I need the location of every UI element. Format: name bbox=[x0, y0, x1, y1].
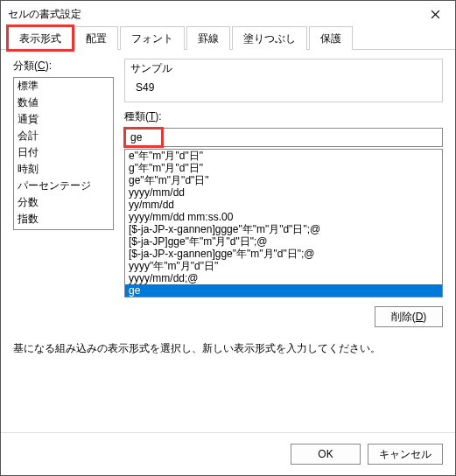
category-item[interactable]: 会計 bbox=[14, 128, 113, 144]
format-item[interactable]: yyyy/mm/dd bbox=[125, 186, 442, 199]
tab-0[interactable]: 表示形式 bbox=[8, 26, 73, 50]
format-listbox[interactable]: e"年"m"月"d"日"g"年"m"月"d"日"ge"年"m"月"d"日"yyy… bbox=[124, 149, 443, 298]
tab-2[interactable]: フォント bbox=[120, 26, 185, 50]
delete-button[interactable]: 削除(D) bbox=[375, 306, 443, 327]
format-item[interactable]: ge"年"m"月"d"日" bbox=[125, 174, 442, 186]
type-input-container bbox=[124, 128, 443, 147]
dialog-title: セルの書式設定 bbox=[8, 7, 415, 22]
category-item[interactable]: パーセンテージ bbox=[14, 178, 113, 194]
format-item[interactable]: yyyy/mm/dd;@ bbox=[125, 272, 442, 284]
type-label: 種類(T): bbox=[124, 109, 443, 124]
category-label: 分類(C): bbox=[13, 59, 114, 74]
category-item[interactable]: 通貨 bbox=[14, 111, 113, 128]
category-item[interactable]: 標準 bbox=[14, 78, 113, 94]
sample-box: サンプル S49 bbox=[124, 59, 443, 102]
format-item[interactable]: e"年"m"月"d"日" bbox=[125, 150, 442, 162]
tab-content: 分類(C): 標準数値通貨会計日付時刻パーセンテージ分数指数文字列その他ユーザー… bbox=[1, 50, 455, 432]
tab-3[interactable]: 罫線 bbox=[186, 26, 230, 50]
tab-4[interactable]: 塗りつぶし bbox=[232, 26, 307, 50]
category-item[interactable]: 数値 bbox=[14, 94, 113, 111]
sample-label: サンプル bbox=[130, 61, 437, 76]
close-button[interactable] bbox=[415, 1, 455, 27]
ok-button[interactable]: OK bbox=[291, 444, 361, 465]
category-item[interactable]: 文字列 bbox=[14, 228, 113, 230]
delete-row: 削除(D) bbox=[124, 306, 443, 327]
format-item[interactable]: [$-ja-JP]gge"年"m"月"d"日";@ bbox=[125, 235, 442, 248]
type-section: 種類(T): e"年"m"月"d"日"g"年"m"月"d"日"ge"年"m"月"… bbox=[124, 109, 443, 298]
category-item[interactable]: 時刻 bbox=[14, 161, 113, 178]
cancel-button[interactable]: キャンセル bbox=[368, 444, 443, 465]
format-item[interactable]: yyyy/mm/dd mm:ss.00 bbox=[125, 211, 442, 223]
format-item[interactable]: yy/mm/dd bbox=[125, 199, 442, 211]
category-listbox[interactable]: 標準数値通貨会計日付時刻パーセンテージ分数指数文字列その他ユーザー定義 bbox=[13, 77, 114, 230]
format-item[interactable]: g"年"m"月"d"日" bbox=[125, 162, 442, 174]
right-panel: サンプル S49 種類(T): e"年"m"月"d"日"g"年"m"月"d"日"… bbox=[124, 59, 443, 327]
tab-1[interactable]: 配置 bbox=[74, 26, 118, 50]
format-item[interactable]: yyyy"年"m"月"d"日" bbox=[125, 260, 442, 272]
category-panel: 分類(C): 標準数値通貨会計日付時刻パーセンテージ分数指数文字列その他ユーザー… bbox=[13, 59, 114, 327]
format-item[interactable]: [$-ja-JP-x-gannen]ggge"年"m"月"d"日";@ bbox=[125, 223, 442, 235]
type-input[interactable] bbox=[125, 130, 442, 145]
tab-strip: 表示形式配置フォント罫線塗りつぶし保護 bbox=[1, 27, 455, 50]
dialog-footer: OK キャンセル bbox=[1, 432, 455, 475]
category-item[interactable]: 日付 bbox=[14, 144, 113, 161]
sample-value: S49 bbox=[130, 81, 437, 94]
category-item[interactable]: 分数 bbox=[14, 194, 113, 211]
category-item[interactable]: 指数 bbox=[14, 211, 113, 228]
format-cells-dialog: セルの書式設定 表示形式配置フォント罫線塗りつぶし保護 分類(C): 標準数値通… bbox=[0, 0, 456, 476]
hint-text: 基になる組み込みの表示形式を選択し、新しい表示形式を入力してください。 bbox=[13, 341, 443, 356]
titlebar: セルの書式設定 bbox=[1, 1, 455, 27]
format-item[interactable]: ge bbox=[125, 284, 442, 297]
close-icon bbox=[431, 10, 440, 19]
tab-5[interactable]: 保護 bbox=[309, 26, 353, 50]
format-item[interactable]: [$-ja-JP-x-gannen]gge"年"m"月"d"日";@ bbox=[125, 248, 442, 260]
